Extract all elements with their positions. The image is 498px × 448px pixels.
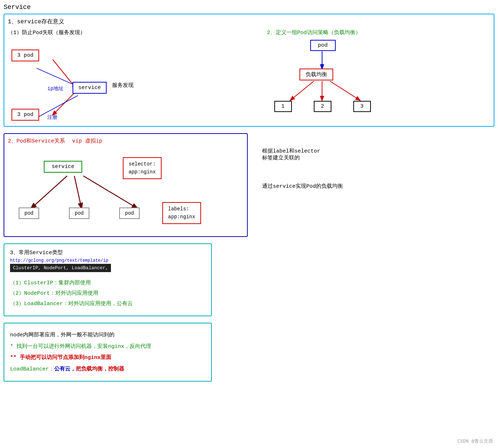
watermark: CSDN @青云文质 — [457, 438, 493, 444]
svg-line-8 — [31, 176, 67, 208]
sec4-line2: * 找到一台可以进行外网访问机器，安装nginx，反向代理 — [10, 342, 205, 351]
s2-pod3: pod — [119, 207, 140, 219]
section1-box: 1、service存在意义 （1）防止Pod失联（服务发现） — [4, 14, 494, 127]
r-pod-box: pod — [310, 40, 336, 51]
sec2-right-line2: 标签建立关联的 — [262, 154, 343, 161]
service-disc-text: 服务发现 — [112, 82, 134, 89]
svg-line-7 — [330, 81, 360, 100]
pod1-box: 3 pod — [11, 50, 39, 61]
section3-box: 3、常用Service类型 http://gclong.org/png/text… — [4, 243, 212, 316]
sec2-vip: vip 虚拟ip — [72, 137, 102, 144]
sec3-item1: （1）ClusterIP：集群内部使用 — [10, 279, 205, 286]
r-num2-box: 2 — [314, 101, 331, 112]
s2-service-box: service — [44, 161, 82, 173]
sec1-left-subtitle: （1）防止Pod失联（服务发现） — [8, 29, 249, 36]
section4-box: node内网部署应用，外网一般不能访问到的 * 找到一台可以进行外网访问机器，安… — [4, 323, 212, 382]
svg-line-1 — [53, 92, 75, 115]
sec2-right-text: 根据label和selector 标签建立关联的 通过service实现Pod的… — [262, 148, 343, 190]
svg-line-10 — [83, 176, 137, 208]
sec3-title: 3、常用Service类型 — [10, 249, 205, 256]
sec3-code: ClusterIP, NodePort, LoadBalancer, — [10, 264, 111, 272]
sec4-line1: node内网部署应用，外网一般不能访问到的 — [10, 331, 205, 340]
sec1-diagram: 3 pod service 3 pod ip地址 服务发现 注册 — [8, 39, 152, 118]
sec1-right: 2、定义一组Pod访问策略（负载均衡） — [249, 29, 490, 122]
sec1-right-diagram: pod 负载均衡 1 2 3 — [264, 40, 389, 119]
section2-box: 2、Pod和Service关系 vip 虚拟ip service selecto… — [4, 133, 248, 237]
svg-line-5 — [290, 81, 314, 100]
sec2-right-line3: 通过service实现Pod的负载均衡 — [262, 183, 343, 190]
sec4-line4: LoadBalancer：公有云，把负载均衡，控制器 — [10, 365, 205, 374]
section1-title: 1、service存在意义 — [8, 18, 490, 25]
sec4-line3: ** 手动把可以访问节点添加到nginx里面 — [10, 353, 205, 363]
service-box: service — [73, 82, 107, 94]
s2-pod1: pod — [19, 207, 39, 219]
pod2-box: 3 pod — [11, 109, 39, 121]
r-lb-box: 负载均衡 — [299, 69, 333, 80]
page-title: Service — [4, 4, 494, 11]
ip-text: ip地址 — [47, 85, 64, 92]
s2-pod2: pod — [69, 207, 89, 219]
s2-selector-box: selector: app:nginx — [123, 157, 162, 179]
section2-row: 2、Pod和Service关系 vip 虚拟ip service selecto… — [4, 133, 494, 243]
sec2-diagram: service selector: app:nginx pod pod pod … — [8, 146, 238, 233]
sec2-title: 2、Pod和Service关系 — [8, 137, 65, 144]
reg-text: 注册 — [47, 114, 57, 121]
r-num1-box: 1 — [274, 101, 292, 112]
sec2-right-line1: 根据label和selector — [262, 148, 343, 154]
r-num3-box: 3 — [353, 101, 371, 112]
sec3-code-url: http://gclong.org/png/text/template/ip — [10, 258, 205, 263]
s2-labels-box: labels: app:nginx — [162, 202, 201, 224]
sec3-item3: （3）LoadBalancer：对外访问应用使用，公有云 — [10, 300, 205, 307]
sec1-right-title: 2、定义一组Pod访问策略（负载均衡） — [267, 29, 361, 36]
svg-line-9 — [74, 176, 82, 208]
sec1-left: （1）防止Pod失联（服务发现） 3 pod — [8, 29, 249, 122]
sec3-item2: （2）NodePort：对外访问应用使用 — [10, 290, 205, 297]
